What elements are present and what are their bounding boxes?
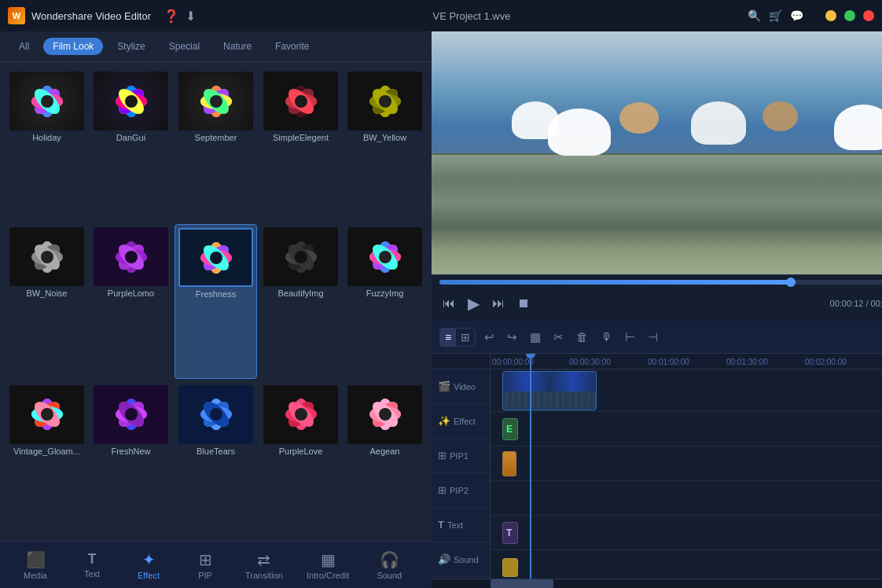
effect-purplelomo[interactable]: PurpleLomo [90,224,171,378]
effect-holiday[interactable]: Holiday [6,68,87,221]
help-icon[interactable]: ❓ [164,9,179,24]
undo-button[interactable]: ↩ [480,328,498,347]
split-button[interactable]: ⊢ [621,328,639,347]
filter-tab-special[interactable]: Special [160,38,209,55]
view-toggle: ≡ ⊞ [439,328,476,347]
effect-freshnew[interactable]: FreshNew [90,382,171,535]
tab-sound-label: Sound [377,571,402,580]
effect-label: Aegean [370,447,400,456]
track-content[interactable]: 00:00:00:00 00:00:30:00 00:01:00:00 00:0… [491,354,882,579]
effect-label: September [195,133,237,142]
cut-button[interactable]: ✂ [549,328,568,347]
tab-pip-label: PIP [198,571,212,580]
effect-fuzzyimg[interactable]: FuzzyImg [344,224,425,378]
titlebar-right: 🔍 🛒 💬 [748,9,874,22]
bottom-tabs: ⬛ Media T Text ✦ Effect ⊞ PIP ⇄ Transiti… [0,541,432,588]
delete-button[interactable]: 🗑 [572,328,592,346]
effect-aegean[interactable]: Aegean [344,382,425,535]
svg-point-80 [295,251,307,263]
track-row-pip1 [491,447,882,481]
clip-button[interactable]: ▦ [526,328,545,347]
search-icon[interactable]: 🔍 [748,9,761,22]
tab-introcredit[interactable]: ▦ Intro/Credit [296,546,360,585]
maximize-button[interactable] [844,10,855,21]
play-button[interactable]: ▶ [465,291,483,316]
effect-bluetears[interactable]: BlueTears [175,382,257,535]
effect-dangui[interactable]: DanGui [90,68,171,221]
filter-tabs: All Film Look Stylize Special Nature Fav… [0,31,432,62]
svg-point-26 [210,95,222,108]
effect-freshness[interactable]: Freshness [175,224,257,378]
video-controls: ⏮ ▶ ⏭ ⏹ 00:00:12 / 00:00:30 🔊 📷 ⛶ [432,275,882,321]
tab-text[interactable]: T Text [64,546,119,583]
effect-track-icon: ✨ [438,415,450,427]
list-view-button[interactable]: ≡ [440,329,456,346]
grid-view-button[interactable]: ⊞ [456,329,475,346]
filter-tab-nature[interactable]: Nature [214,38,261,55]
titlebar: W Wondershare Video Editor ❓ ⬇ VE Projec… [0,0,882,31]
progress-bar[interactable] [439,280,882,285]
track-row-effect: E [491,412,882,447]
effect-icon: ✦ [142,550,156,569]
video-preview [432,31,882,275]
effect-label: FuzzyImg [366,288,404,298]
minimize-button[interactable] [825,10,836,21]
tab-transition-label: Transition [245,571,283,580]
filter-tab-all[interactable]: All [9,38,39,55]
tab-transition[interactable]: ⇄ Transition [234,546,294,585]
left-panel: All Film Look Stylize Special Nature Fav… [0,31,432,588]
effect-bwyellow[interactable]: BW_Yellow [344,68,425,221]
playhead[interactable] [530,354,531,579]
skip-forward-button[interactable]: ⏭ [489,293,508,314]
horizontal-scrollbar[interactable] [432,579,882,588]
introcredit-icon: ▦ [321,550,336,569]
track-row-text: T [491,516,882,550]
effect-label: Freshness [196,289,236,299]
svg-point-35 [295,95,307,108]
tab-pip[interactable]: ⊞ PIP [178,546,233,585]
svg-point-44 [379,95,391,108]
effect-beautifyimg[interactable]: BeautifyImg [260,224,341,378]
effect-vintagegloam[interactable]: Vintage_Gloam... [6,382,87,535]
effect-simpleelegent[interactable]: SimpleElegent [260,68,341,221]
skip-back-button[interactable]: ⏮ [439,293,458,314]
filter-tab-stylize[interactable]: Stylize [108,38,154,55]
merge-button[interactable]: ⊣ [644,328,662,347]
record-button[interactable]: 🎙 [597,328,616,346]
redo-button[interactable]: ↪ [503,328,521,347]
download-icon[interactable]: ⬇ [186,9,196,24]
effect-purplelove[interactable]: PurpleLove [260,382,341,535]
sound-clip[interactable] [502,558,518,577]
effect-clip[interactable]: E [502,418,518,440]
text-clip[interactable]: T [502,522,518,544]
filter-tab-filmlook[interactable]: Film Look [43,38,103,55]
timeline-ruler: 00:00:00:00 00:00:30:00 00:01:00:00 00:0… [491,354,882,369]
progress-thumb[interactable] [786,277,796,287]
filter-tab-favorite[interactable]: Favorite [266,38,318,55]
effect-label: Holiday [32,133,61,142]
video-clip[interactable] [502,371,597,410]
effects-grid: Holiday [0,62,432,541]
effect-bwnoise[interactable]: BW_Noise [6,224,87,378]
tab-effect-label: Effect [138,571,160,580]
track-label-pip2: ⊞ PIP2 [432,473,490,508]
pip1-clip[interactable] [502,451,516,476]
svg-point-125 [295,408,307,421]
track-labels: 🎬 Video ✨ Effect ⊞ PIP1 ⊞ PIP2 [432,354,491,579]
close-button[interactable] [863,10,874,21]
video-track-icon: 🎬 [438,380,450,392]
tab-sound[interactable]: 🎧 Sound [362,546,417,585]
stop-button[interactable]: ⏹ [514,293,533,314]
effect-september[interactable]: September [175,68,257,221]
svg-point-8 [41,95,53,108]
effect-label: SimpleElegent [273,133,329,142]
tab-effect[interactable]: ✦ Effect [121,546,176,585]
app-logo: W [8,7,25,24]
chat-icon[interactable]: 💬 [790,9,803,22]
tab-media[interactable]: ⬛ Media [8,546,63,585]
svg-point-116 [210,408,222,421]
track-row-sound [491,550,882,579]
transition-icon: ⇄ [257,550,270,569]
cart-icon[interactable]: 🛒 [769,9,782,22]
track-label-effect: ✨ Effect [432,404,490,439]
